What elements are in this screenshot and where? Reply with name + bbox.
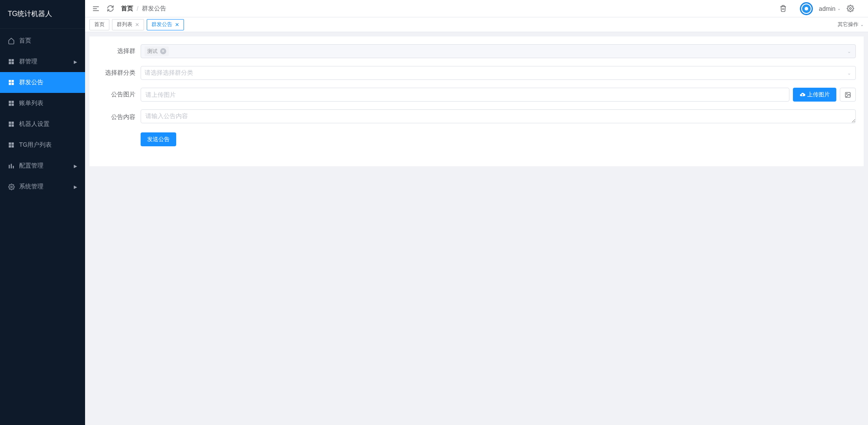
svg-rect-9 [12, 101, 14, 103]
sidebar-item-label: 机器人设置 [19, 120, 77, 128]
close-icon[interactable]: ✕ [135, 22, 139, 28]
close-icon[interactable]: ✕ [175, 22, 179, 28]
svg-rect-2 [9, 62, 11, 64]
sidebar-item-robot-settings[interactable]: 机器人设置 [0, 114, 85, 135]
select-category-field[interactable]: 请选择选择群分类 ⌄ [141, 66, 856, 80]
sidebar-item-broadcast[interactable]: 群发公告 [0, 72, 85, 93]
svg-rect-12 [9, 122, 11, 124]
tab-group-list[interactable]: 群列表 ✕ [112, 19, 144, 30]
chevron-down-icon: ⌄ [847, 49, 851, 54]
sidebar: TG统计机器人 首页 群管理 ▶ 群发公告 [0, 0, 85, 425]
select-category-placeholder: 请选择选择群分类 [145, 69, 193, 77]
svg-rect-0 [9, 59, 11, 61]
tab-label: 首页 [94, 21, 105, 28]
sidebar-item-config[interactable]: 配置管理 ▶ [0, 155, 85, 176]
breadcrumb-root[interactable]: 首页 [121, 5, 133, 13]
svg-rect-5 [12, 80, 14, 82]
send-announcement-button[interactable]: 发送公告 [141, 132, 176, 146]
chevron-right-icon: ▶ [74, 164, 77, 168]
breadcrumb: 首页 / 群发公告 [121, 5, 166, 13]
select-category-label: 选择群分类 [97, 69, 141, 77]
sidebar-item-system[interactable]: 系统管理 ▶ [0, 176, 85, 197]
select-group-field[interactable]: 测试 ✕ ⌄ [141, 44, 856, 58]
sidebar-menu: 首页 群管理 ▶ 群发公告 账单列表 [0, 29, 85, 425]
tab-broadcast[interactable]: 群发公告 ✕ [147, 19, 184, 30]
svg-point-27 [849, 7, 851, 9]
sidebar-item-bills[interactable]: 账单列表 [0, 93, 85, 114]
chevron-right-icon: ▶ [74, 184, 77, 189]
username-label: admin [819, 5, 835, 12]
collapse-sidebar-button[interactable] [92, 5, 100, 13]
form-card: 选择群 测试 ✕ ⌄ 选择群分类 [89, 36, 864, 166]
settings-button[interactable] [847, 5, 854, 12]
user-menu[interactable]: admin ⌄ [819, 5, 841, 12]
bars-icon [8, 162, 15, 169]
cloud-upload-icon [799, 92, 806, 98]
svg-rect-10 [9, 104, 11, 106]
content: 选择群 测试 ✕ ⌄ 选择群分类 [85, 32, 868, 425]
announcement-content-input[interactable] [141, 109, 856, 123]
grid-icon [8, 142, 15, 148]
chevron-down-icon: ⌄ [847, 70, 851, 76]
tabs-row: 首页 群列表 ✕ 群发公告 ✕ 其它操作 ⌄ [85, 17, 868, 32]
chevron-down-icon: ⌄ [837, 6, 841, 11]
svg-rect-8 [9, 101, 11, 103]
trash-button[interactable] [779, 5, 787, 12]
grid-icon [8, 121, 15, 128]
svg-rect-3 [12, 62, 14, 64]
tab-label: 群发公告 [151, 21, 172, 28]
sidebar-item-home[interactable]: 首页 [0, 30, 85, 51]
announcement-image-input[interactable] [141, 88, 789, 102]
sidebar-item-label: 首页 [19, 37, 77, 45]
sidebar-item-label: 配置管理 [19, 162, 74, 170]
svg-rect-20 [9, 165, 10, 168]
sidebar-item-group-manage[interactable]: 群管理 ▶ [0, 51, 85, 72]
svg-rect-1 [12, 59, 14, 61]
grid-icon [8, 58, 15, 65]
breadcrumb-separator: / [137, 5, 138, 12]
svg-rect-6 [9, 83, 11, 85]
svg-rect-13 [12, 122, 14, 124]
selected-group-tag-label: 测试 [147, 48, 158, 55]
sidebar-item-tg-users[interactable]: TG用户列表 [0, 135, 85, 155]
svg-rect-7 [12, 83, 14, 85]
announcement-content-label: 公告内容 [97, 113, 141, 121]
svg-rect-19 [12, 145, 14, 148]
avatar[interactable] [800, 2, 813, 15]
chevron-down-icon: ⌄ [860, 22, 864, 27]
svg-rect-22 [13, 166, 14, 168]
preview-image-button[interactable] [840, 88, 856, 102]
sidebar-item-label: TG用户列表 [19, 141, 77, 149]
upload-image-button-label: 上传图片 [807, 91, 830, 99]
svg-rect-17 [12, 142, 14, 145]
svg-rect-14 [9, 125, 11, 127]
image-icon [845, 92, 851, 98]
select-group-label: 选择群 [97, 47, 141, 55]
send-announcement-button-label: 发送公告 [147, 135, 170, 143]
svg-rect-16 [9, 142, 11, 145]
refresh-button[interactable] [107, 5, 114, 12]
sidebar-item-label: 群发公告 [19, 79, 77, 86]
chevron-right-icon: ▶ [74, 59, 77, 64]
svg-point-23 [10, 186, 12, 188]
sidebar-item-label: 群管理 [19, 58, 74, 66]
remove-tag-icon[interactable]: ✕ [160, 48, 166, 54]
app-title: TG统计机器人 [0, 0, 85, 29]
breadcrumb-current: 群发公告 [142, 5, 166, 13]
selected-group-tag: 测试 ✕ [145, 46, 169, 56]
grid-icon [8, 100, 15, 107]
svg-rect-4 [9, 80, 11, 82]
svg-rect-18 [9, 145, 11, 148]
grid-icon [8, 79, 15, 86]
tab-home[interactable]: 首页 [89, 19, 109, 30]
svg-rect-15 [12, 125, 14, 127]
announcement-image-label: 公告图片 [97, 91, 141, 99]
upload-image-button[interactable]: 上传图片 [793, 88, 836, 102]
svg-rect-21 [11, 164, 12, 168]
svg-point-29 [846, 93, 847, 94]
other-operations-dropdown[interactable]: 其它操作 ⌄ [838, 21, 864, 28]
other-operations-label: 其它操作 [838, 21, 858, 28]
gear-icon [8, 183, 15, 190]
home-icon [8, 37, 15, 44]
tab-label: 群列表 [117, 21, 132, 28]
